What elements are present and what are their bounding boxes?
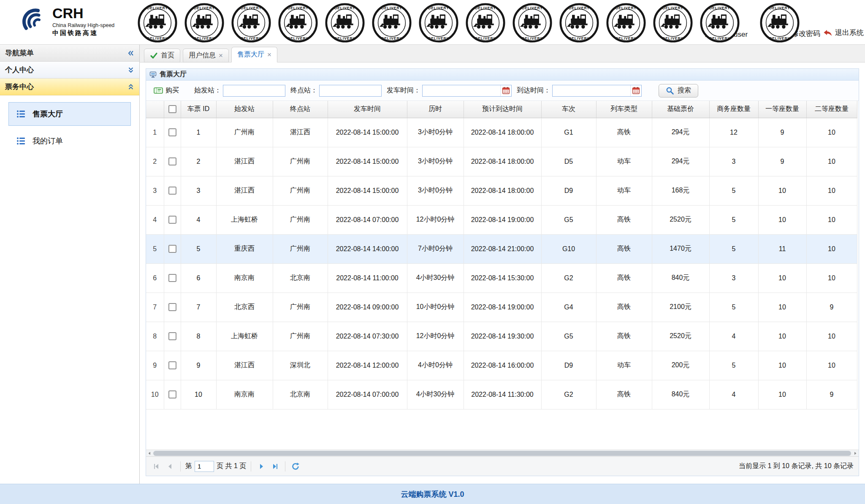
- row-checkbox[interactable]: [168, 216, 176, 224]
- arrive-time-input[interactable]: [553, 86, 630, 96]
- column-header[interactable]: 车次: [541, 101, 596, 118]
- depart-calendar-button[interactable]: [500, 85, 511, 96]
- table-row[interactable]: 88上海虹桥广州南2022-08-14 07:30:0012小时0分钟2022-…: [146, 322, 857, 351]
- table-cell: 2022-08-14 19:00:00: [464, 293, 541, 322]
- logout-label: 退出系统: [835, 28, 864, 38]
- prev-page-button[interactable]: [165, 461, 176, 472]
- app-header: CRH China Railway High-speed 中国铁路高速 欢迎您：…: [0, 0, 865, 45]
- table-cell: 广州南: [273, 322, 328, 351]
- page-number-input[interactable]: [195, 461, 214, 472]
- change-password-link[interactable]: 修改密码: [782, 29, 820, 38]
- table-cell: 湛江西: [216, 176, 273, 205]
- ticket-hall-panel: 售票大厅 购买 始发站： 终点站： 发车时间：: [146, 68, 859, 476]
- column-header[interactable]: 历时: [407, 101, 464, 118]
- search-button[interactable]: 搜索: [659, 84, 698, 98]
- column-header[interactable]: 基础票价: [652, 101, 709, 118]
- row-checkbox[interactable]: [168, 332, 176, 340]
- column-header[interactable]: 列车类型: [596, 101, 652, 118]
- row-checkbox-cell: [164, 293, 181, 322]
- column-header[interactable]: 一等座数量: [758, 101, 806, 118]
- row-checkbox[interactable]: [168, 390, 176, 398]
- table-cell: 12: [709, 118, 758, 147]
- logout-icon: [823, 29, 832, 37]
- table-cell: 12小时0分钟: [407, 205, 464, 234]
- table-cell: 2022-08-14 19:30:00: [464, 322, 541, 351]
- row-checkbox[interactable]: [168, 157, 176, 165]
- table-cell: 上海虹桥: [216, 205, 273, 234]
- tab-close-icon[interactable]: ×: [219, 52, 223, 59]
- table-cell: 3小时0分钟: [407, 176, 464, 205]
- table-cell: 10: [806, 351, 857, 380]
- row-checkbox[interactable]: [168, 245, 176, 253]
- row-checkbox[interactable]: [168, 303, 176, 311]
- table-cell: 840元: [652, 263, 709, 293]
- tab-user-info[interactable]: 用户信息 ×: [183, 49, 229, 62]
- table-cell: 2022-08-14 18:00:00: [464, 176, 541, 205]
- table-row[interactable]: 77北京西广州南2022-08-14 09:00:0010小时0分钟2022-0…: [146, 293, 857, 322]
- table-row[interactable]: 66南京南北京南2022-08-14 11:00:004小时30分钟2022-0…: [146, 263, 857, 293]
- row-checkbox[interactable]: [168, 361, 176, 369]
- table-row[interactable]: 99湛江西深圳北2022-08-14 12:00:004小时0分钟2022-08…: [146, 351, 857, 380]
- tab-ticket-hall[interactable]: 售票大厅 ×: [231, 47, 277, 62]
- key-icon: [782, 30, 789, 38]
- kiosk-icon: [149, 71, 157, 78]
- arrive-calendar-button[interactable]: [630, 85, 641, 96]
- table-cell: 广州南: [273, 147, 328, 176]
- first-page-button[interactable]: [151, 461, 162, 472]
- sidebar-item-my-orders[interactable]: 我的订单: [8, 129, 131, 153]
- table-row[interactable]: 33湛江西广州南2022-08-14 15:00:003小时0分钟2022-08…: [146, 176, 857, 205]
- table-row[interactable]: 1010南京南北京南2022-08-14 07:00:004小时30分钟2022…: [146, 380, 857, 409]
- row-number: 4: [146, 205, 164, 234]
- table-row[interactable]: 55重庆西广州南2022-08-14 14:00:007小时0分钟2022-08…: [146, 234, 857, 263]
- pagination-bar: 第 页 共 1 页 当前显示 1 到 10 条记录, 共 10 条记录: [146, 456, 859, 476]
- table-cell: 10: [758, 263, 806, 293]
- sidebar: 导航菜单 个人中心 票务中心: [0, 45, 140, 484]
- column-header[interactable]: 商务座数量: [709, 101, 758, 118]
- tab-label: 首页: [161, 51, 174, 60]
- table-cell: 2: [181, 147, 216, 176]
- collapse-sidebar-icon[interactable]: [127, 50, 134, 57]
- column-header[interactable]: 预计到达时间: [464, 101, 541, 118]
- table-cell: 10: [806, 263, 857, 293]
- row-checkbox[interactable]: [168, 128, 176, 136]
- destination-input[interactable]: [319, 85, 382, 97]
- logout-link[interactable]: 退出系统: [823, 28, 864, 38]
- row-checkbox[interactable]: [168, 187, 176, 195]
- row-checkbox-cell: [164, 322, 181, 351]
- ticket-table: 车票 ID始发站终点站发车时间历时预计到达时间车次列车类型基础票价商务座数量一等…: [146, 101, 857, 409]
- table-row[interactable]: 44上海虹桥广州南2022-08-14 07:00:0012小时0分钟2022-…: [146, 205, 857, 234]
- table-cell: 294元: [652, 118, 709, 147]
- table-row[interactable]: 22湛江西广州南2022-08-14 15:00:003小时0分钟2022-08…: [146, 147, 857, 176]
- origin-input[interactable]: [223, 85, 285, 97]
- buy-ticket-icon: [154, 87, 163, 94]
- table-cell: 高铁: [596, 118, 652, 147]
- column-header[interactable]: 始发站: [216, 101, 273, 118]
- table-cell: 1470元: [652, 234, 709, 263]
- refresh-button[interactable]: [290, 461, 301, 472]
- table-row[interactable]: 11广州南湛江西2022-08-14 15:00:003小时0分钟2022-08…: [146, 118, 857, 147]
- last-page-button[interactable]: [269, 461, 280, 472]
- column-header[interactable]: 发车时间: [328, 101, 407, 118]
- select-all-checkbox[interactable]: [168, 105, 176, 113]
- column-header[interactable]: 终点站: [273, 101, 328, 118]
- table-cell: 10: [806, 176, 857, 205]
- sidebar-section-tickets[interactable]: 票务中心: [0, 79, 139, 95]
- sidebar-section-personal[interactable]: 个人中心: [0, 62, 139, 79]
- scrollbar-thumb[interactable]: [153, 451, 851, 456]
- sidebar-item-ticket-hall[interactable]: 售票大厅: [8, 102, 131, 126]
- tab-home[interactable]: 首页: [144, 49, 180, 62]
- next-page-button[interactable]: [256, 461, 267, 472]
- tab-label: 用户信息: [189, 51, 216, 60]
- welcome-text: 欢迎您：user: [705, 30, 748, 39]
- table-cell: G10: [541, 234, 596, 263]
- row-checkbox[interactable]: [168, 274, 176, 282]
- column-header[interactable]: 车票 ID: [181, 101, 216, 118]
- scroll-right-button[interactable]: [852, 450, 859, 456]
- scroll-left-button[interactable]: [146, 450, 153, 456]
- table-cell: 9: [806, 380, 857, 409]
- tab-close-icon[interactable]: ×: [267, 51, 271, 58]
- buy-button[interactable]: 购买: [150, 84, 182, 97]
- table-cell: 10: [181, 380, 216, 409]
- column-header[interactable]: 二等座数量: [806, 101, 857, 118]
- depart-time-input[interactable]: [423, 86, 500, 96]
